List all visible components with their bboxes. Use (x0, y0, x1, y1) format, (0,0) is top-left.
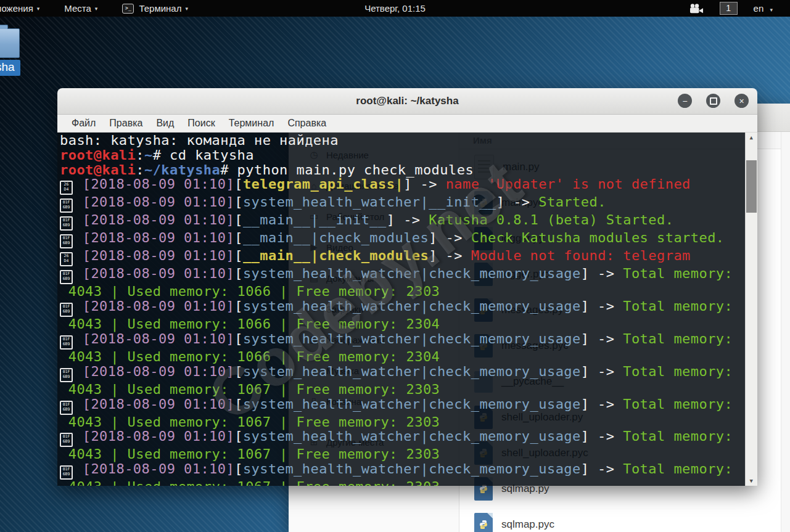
terminal-app-icon: >_ (122, 4, 134, 14)
terminal-line: 01F6B9 [2018-08-09 01:10][system_health_… (60, 364, 744, 382)
no-entry-missing-glyph-icon: 26D4 (60, 181, 73, 195)
no-entry-missing-glyph-icon: 26D4 (60, 252, 73, 266)
terminal-line: 01F6B9 [2018-08-09 01:10][__main__|__ini… (60, 213, 744, 231)
mens-symbol-missing-glyph-icon: 01F6B9 (60, 270, 73, 284)
terminal-content[interactable]: bash: katysha: команда не найденаroot@ka… (57, 133, 757, 486)
places-label: Места (64, 3, 91, 14)
terminal-line: 4043 | Used memory: 1067 | Free memory: … (60, 382, 744, 397)
mens-symbol-missing-glyph-icon: 01F6B9 (60, 303, 73, 317)
applications-menu[interactable]: Приложения ▾ (0, 0, 52, 17)
terminal-line: 01F6B9 [2018-08-09 01:10][__main__|check… (60, 231, 744, 248)
places-menu[interactable]: Места ▾ (52, 0, 110, 17)
terminal-line: 4043 | Used memory: 1066 | Free memory: … (60, 284, 744, 299)
mens-symbol-missing-glyph-icon: 01F6B9 (60, 234, 73, 248)
terminal-line: 4043 | Used memory: 1067 | Free memory: … (60, 447, 744, 462)
menu-Поиск[interactable]: Поиск (181, 118, 221, 129)
close-button[interactable]: × (734, 94, 749, 108)
menu-Вид[interactable]: Вид (149, 118, 181, 129)
mens-symbol-missing-glyph-icon: 01F6B9 (60, 465, 73, 480)
terminal-line: 01F6B9 [2018-08-09 01:10][system_health_… (60, 429, 744, 447)
terminal-line: 4043 | Used memory: 1067 | Free memory: … (60, 415, 744, 430)
menu-Правка[interactable]: Правка (102, 118, 149, 129)
top-panel: Приложения ▾ Места ▾ >_ Терминал ▾ Четве… (0, 0, 790, 17)
maximize-button[interactable] (706, 94, 720, 108)
mens-symbol-missing-glyph-icon: 01F6B9 (60, 216, 73, 231)
menu-Файл[interactable]: Файл (65, 118, 102, 129)
terminal-scrollbar[interactable]: ▲ ▼ (745, 133, 757, 486)
terminal-line: root@kali:~/katysha# python main.py chec… (60, 163, 744, 178)
desktop-folder-icon[interactable] (0, 28, 20, 58)
clock[interactable]: Четверг, 01:15 (364, 3, 426, 14)
mens-symbol-missing-glyph-icon: 01F6B9 (60, 368, 73, 382)
chevron-down-icon: ▾ (37, 6, 40, 12)
file-manager-scrollbar[interactable] (781, 132, 790, 532)
mens-symbol-missing-glyph-icon: 01F6B9 (60, 198, 73, 213)
terminal-line: 4043 | Used memory: 1066 | Free memory: … (60, 317, 744, 332)
screen-recorder-icon[interactable] (689, 4, 704, 14)
terminal-line: 4043 | Used memory: 1067 | Free memory: … (60, 480, 744, 486)
terminal-appmenu-label: Терминал (139, 3, 181, 14)
terminal-title: root@kali: ~/katysha (356, 95, 458, 107)
terminal-line: 4043 | Used memory: 1066 | Free memory: … (60, 350, 744, 364)
chevron-down-icon: ▾ (770, 7, 773, 13)
terminal-titlebar[interactable]: root@kali: ~/katysha − × (57, 88, 757, 115)
scrollbar-thumb[interactable] (746, 160, 757, 213)
keyboard-layout[interactable]: en ▾ (754, 3, 773, 14)
terminal-line: 01F6B9 [2018-08-09 01:10][system_health_… (60, 397, 744, 415)
workspace-indicator[interactable]: 1 (720, 2, 738, 15)
terminal-line: bash: katysha: команда не найдена (60, 133, 744, 148)
chevron-down-icon: ▾ (185, 6, 188, 12)
file-name: sqlmap.pyc (501, 518, 554, 531)
scroll-down-icon[interactable]: ▼ (746, 476, 757, 486)
applications-label: Приложения (0, 3, 33, 14)
terminal-line: root@kali:~# cd katysha (60, 148, 744, 163)
terminal-output: bash: katysha: команда не найденаroot@ka… (60, 133, 744, 486)
terminal-line: 01F6B9 [2018-08-09 01:10][system_health_… (60, 266, 744, 284)
terminal-line: 01F6B9 [2018-08-09 01:10][system_health_… (60, 299, 744, 317)
python-file-icon (474, 513, 493, 532)
keyboard-layout-label: en (754, 3, 764, 14)
mens-symbol-missing-glyph-icon: 01F6B9 (60, 335, 73, 350)
terminal-line: 01F6B9 [2018-08-09 01:10][system_health_… (60, 195, 744, 213)
chevron-down-icon: ▾ (95, 6, 98, 12)
scroll-up-icon[interactable]: ▲ (746, 133, 757, 142)
terminal-line: 01F6B9 [2018-08-09 01:10][system_health_… (60, 332, 744, 350)
minimize-button[interactable]: − (678, 94, 692, 108)
desktop-folder-label[interactable]: sha (0, 60, 20, 76)
terminal-line: 26D4 [2018-08-09 01:10][__main__|check_m… (60, 248, 744, 266)
menu-Терминал[interactable]: Терминал (222, 118, 281, 129)
file-row[interactable]: sqlmap.pyc (459, 507, 781, 532)
menu-Справка[interactable]: Справка (281, 118, 333, 129)
terminal-appmenu[interactable]: >_ Терминал ▾ (110, 0, 200, 17)
terminal-line: 26D4 [2018-08-09 01:10][telegram_api_cla… (60, 177, 744, 195)
terminal-menubar: ФайлПравкаВидПоискТерминалСправка (57, 115, 757, 133)
mens-symbol-missing-glyph-icon: 01F6B9 (60, 433, 73, 447)
terminal-window: root@kali: ~/katysha − × ФайлПравкаВидПо… (57, 88, 757, 485)
mens-symbol-missing-glyph-icon: 01F6B9 (60, 401, 73, 415)
terminal-line: 01F6B9 [2018-08-09 01:10][system_health_… (60, 462, 744, 480)
